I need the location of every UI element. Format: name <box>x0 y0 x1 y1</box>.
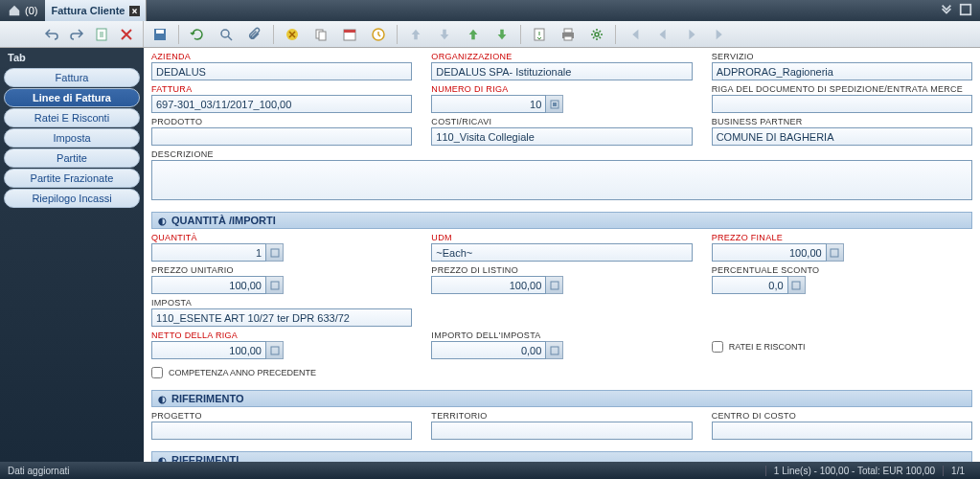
svg-rect-18 <box>831 249 838 257</box>
search-button[interactable] <box>216 24 237 45</box>
print-button[interactable] <box>558 24 579 45</box>
sidebar-item-imposta[interactable]: Imposta <box>4 128 140 148</box>
section-riferimenti-header[interactable]: ◐ RIFERIMENTI <box>151 451 972 462</box>
svg-rect-22 <box>271 347 279 354</box>
last-button[interactable] <box>710 24 731 45</box>
checkbox-ratei-input[interactable] <box>712 341 723 353</box>
input-prezzo-unitario[interactable] <box>151 276 266 294</box>
label-perc-sconto: PERCENTUALE SCONTO <box>712 265 972 276</box>
cancel-button[interactable] <box>282 24 303 45</box>
settings-button[interactable] <box>586 24 607 45</box>
maximize-icon[interactable] <box>959 3 972 18</box>
sidebar-item-ratei[interactable]: Ratei E Risconti <box>4 108 140 127</box>
svg-rect-19 <box>271 282 279 289</box>
sidebar-item-fattura[interactable]: Fattura <box>4 68 140 87</box>
next-button[interactable] <box>681 24 702 45</box>
input-perc-sconto[interactable] <box>712 276 788 294</box>
sidebar-item-riepilogo[interactable]: Riepilogo Incassi <box>4 189 140 208</box>
label-numero-riga: NUMERO DI RIGA <box>431 84 692 95</box>
stepper-perc-sconto[interactable] <box>788 276 806 294</box>
input-business-partner[interactable] <box>712 127 972 146</box>
stepper-importo-imposta[interactable] <box>546 341 563 359</box>
svg-rect-21 <box>792 282 800 289</box>
label-prezzo-unitario: PREZZO UNITARIO <box>151 265 412 276</box>
sidebar-item-partite[interactable]: Partite <box>4 148 140 168</box>
label-netto-riga: NETTO DELLA RIGA <box>151 331 412 341</box>
document-tab[interactable]: Fattura Cliente × <box>45 0 146 21</box>
form-panel: AZIENDA ORGANIZZAZIONE SERVIZIO FATTURA … <box>144 48 980 462</box>
calendar-button[interactable] <box>339 24 360 45</box>
label-progetto: PROGETTO <box>151 411 412 422</box>
stepper-numero-riga[interactable] <box>546 95 563 113</box>
stepper-prezzo-listino[interactable] <box>546 276 563 294</box>
input-udm[interactable] <box>431 243 692 262</box>
svg-rect-0 <box>961 5 971 15</box>
input-progetto[interactable] <box>151 422 412 440</box>
arrow-down-button[interactable] <box>434 24 455 45</box>
label-servizio: SERVIZIO <box>712 52 972 62</box>
collapse-icon: ◐ <box>158 394 167 404</box>
svg-rect-9 <box>344 30 355 33</box>
input-organizzazione[interactable] <box>431 62 692 80</box>
refresh-button[interactable] <box>187 24 208 45</box>
input-prodotto[interactable] <box>151 127 412 146</box>
input-netto-riga[interactable] <box>151 341 266 359</box>
input-prezzo-finale[interactable] <box>712 243 827 262</box>
input-riga-doc[interactable] <box>712 95 972 113</box>
prev-button[interactable] <box>652 24 673 45</box>
label-quantita: QUANTITÀ <box>151 233 412 243</box>
arrow-up-green-button[interactable] <box>463 24 484 45</box>
svg-rect-12 <box>564 29 572 33</box>
label-riga-doc: RIGA DEL DOCUMENTO DI SPEDIZIONE/ENTRATA… <box>712 84 972 95</box>
export-button[interactable] <box>529 24 550 45</box>
checkbox-competenza[interactable]: COMPETENZA ANNO PRECEDENTE <box>151 363 972 378</box>
clock-button[interactable] <box>368 24 389 45</box>
svg-rect-23 <box>551 347 558 354</box>
minimize-icon[interactable] <box>940 3 953 18</box>
arrow-down-green-button[interactable] <box>491 24 513 45</box>
label-business-partner: BUSINESS PARTNER <box>712 117 972 127</box>
stepper-prezzo-finale[interactable] <box>827 243 844 262</box>
arrow-up-button[interactable] <box>405 24 426 45</box>
input-servizio[interactable] <box>712 62 972 80</box>
section-riferimento-header[interactable]: ◐ RIFERIMENTO <box>151 390 972 407</box>
input-descrizione[interactable] <box>151 160 972 200</box>
input-costi-ricavi[interactable] <box>431 127 692 146</box>
checkbox-ratei[interactable]: RATEI E RISCONTI <box>712 331 972 359</box>
stepper-quantita[interactable] <box>266 243 284 262</box>
redo-button[interactable] <box>66 24 87 45</box>
label-centro-costo: CENTRO DI COSTO <box>712 411 972 422</box>
svg-rect-3 <box>156 30 164 34</box>
input-numero-riga[interactable] <box>431 95 546 113</box>
checkbox-competenza-input[interactable] <box>151 367 163 378</box>
home-count: (0) <box>25 5 37 16</box>
attachment-button[interactable] <box>244 24 265 45</box>
input-centro-costo[interactable] <box>712 422 972 440</box>
input-imposta[interactable] <box>151 308 412 327</box>
new-record-button[interactable] <box>91 24 112 45</box>
input-fattura[interactable] <box>151 95 412 113</box>
first-button[interactable] <box>624 24 645 45</box>
home-tab[interactable]: (0) <box>0 4 45 17</box>
input-prezzo-listino[interactable] <box>431 276 546 294</box>
label-territorio: TERRITORIO <box>431 411 692 422</box>
input-importo-imposta[interactable] <box>431 341 546 359</box>
undo-button[interactable] <box>41 24 62 45</box>
label-prodotto: PRODOTTO <box>151 117 412 127</box>
save-button[interactable] <box>149 24 171 45</box>
copy-button[interactable] <box>310 24 331 45</box>
status-page: 1/1 <box>943 466 972 476</box>
delete-record-button[interactable] <box>116 24 137 45</box>
sidebar-item-partite-fraz[interactable]: Partite Frazionate <box>4 169 140 188</box>
section-quantita-header[interactable]: ◐ QUANTITÀ /IMPORTI <box>151 212 972 229</box>
input-quantita[interactable] <box>151 243 266 262</box>
stepper-prezzo-unitario[interactable] <box>266 276 284 294</box>
svg-point-15 <box>595 33 599 36</box>
input-territorio[interactable] <box>431 422 692 440</box>
close-tab-icon[interactable]: × <box>129 6 139 16</box>
input-azienda[interactable] <box>151 62 412 80</box>
stepper-netto-riga[interactable] <box>266 341 284 359</box>
home-icon <box>8 4 21 17</box>
svg-rect-14 <box>564 36 572 40</box>
sidebar-item-linee[interactable]: Linee di Fattura <box>4 88 140 107</box>
